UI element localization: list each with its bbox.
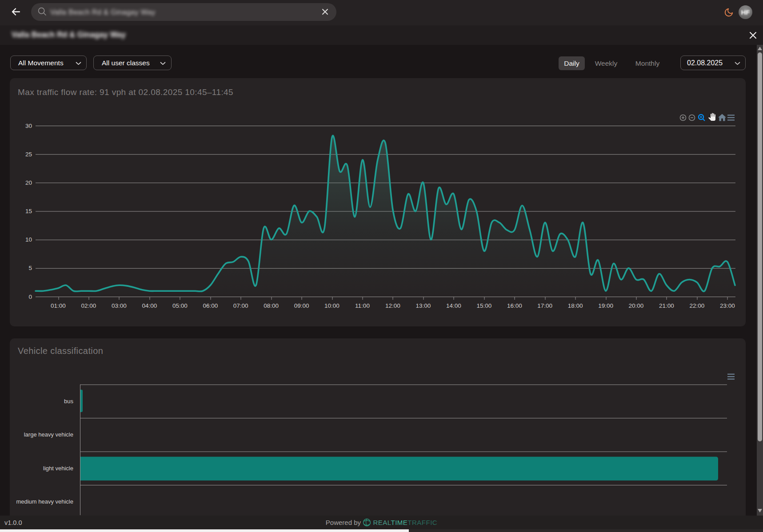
svg-text:19:00: 19:00 [598,302,613,309]
svg-text:18:00: 18:00 [568,302,583,309]
svg-text:17:00: 17:00 [537,302,552,309]
svg-text:05:00: 05:00 [172,302,188,309]
svg-text:21:00: 21:00 [659,302,674,309]
svg-text:medium heavy vehicle: medium heavy vehicle [16,498,73,505]
svg-text:11:00: 11:00 [355,302,370,309]
svg-text:10:00: 10:00 [324,302,340,309]
svg-text:15: 15 [25,208,32,214]
svg-text:01:00: 01:00 [51,302,66,309]
svg-text:13:00: 13:00 [416,302,431,309]
svg-text:02:00: 02:00 [81,302,96,309]
svg-text:07:00: 07:00 [233,302,248,309]
svg-text:5: 5 [28,265,32,271]
svg-text:large heavy vehicle: large heavy vehicle [24,431,73,438]
svg-text:15:00: 15:00 [476,302,491,309]
svg-text:10: 10 [25,236,32,243]
svg-text:bus: bus [64,398,73,405]
svg-text:25: 25 [25,151,32,158]
svg-text:23:00: 23:00 [720,302,735,309]
svg-text:03:00: 03:00 [112,302,127,309]
svg-text:30: 30 [25,123,32,129]
svg-text:16:00: 16:00 [507,302,522,309]
svg-text:20:00: 20:00 [629,302,644,309]
svg-text:04:00: 04:00 [142,302,157,309]
svg-text:20: 20 [25,179,32,186]
svg-text:14:00: 14:00 [446,302,461,309]
svg-text:09:00: 09:00 [294,302,309,309]
svg-text:12:00: 12:00 [385,302,400,309]
svg-text:light vehicle: light vehicle [43,465,73,472]
svg-text:06:00: 06:00 [203,302,218,309]
svg-text:0: 0 [28,294,32,300]
svg-text:22:00: 22:00 [690,302,705,309]
svg-text:08:00: 08:00 [264,302,279,309]
